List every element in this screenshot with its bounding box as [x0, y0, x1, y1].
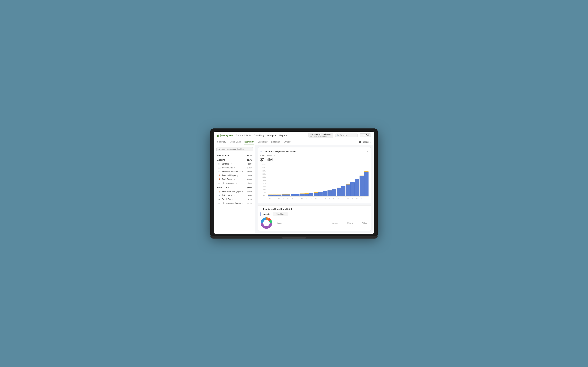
screen: moneytree Back to Clients Data Entry Ana…	[214, 132, 374, 234]
bar-group	[341, 164, 346, 197]
logo-bar-3	[220, 134, 221, 137]
sidebar-item-credit-cards[interactable]: ▣ Credit Cards ▾ $6.6K	[214, 197, 255, 201]
x-axis-label: 61	[282, 197, 286, 201]
x-axis-label: 79	[323, 197, 327, 201]
savings-value: $67K	[248, 163, 252, 165]
projected-line-marker	[295, 194, 300, 194]
tab-cash-flow[interactable]: Cash Flow	[258, 139, 268, 145]
sidebar-item-retirement[interactable]: ○ Retirement Accounts ▾ $376K	[214, 170, 255, 174]
sidebar-search-box[interactable]: 🔍	[216, 147, 253, 151]
net-worth-header: NET WORTH $1.4M	[214, 154, 255, 157]
x-axis-label: 63	[286, 197, 290, 201]
sidebar-item-real-estate[interactable]: 🏠 Real Estate ▾ $647K	[214, 177, 255, 181]
current-net-worth-value: $1.4M	[260, 157, 369, 162]
client-badge[interactable]: JACOB ABB 2/8/2024 ▾ Has Valid Dependent…	[309, 133, 333, 138]
projected-line-marker	[300, 193, 304, 194]
nav-reports[interactable]: Reports	[279, 134, 287, 137]
prosper-label: Prosper	[362, 141, 369, 143]
projected-line-marker	[346, 184, 350, 184]
retirement-arrow-icon: ▾	[242, 171, 243, 173]
life-insurance-label: Life Insurance	[222, 182, 234, 184]
dollar-icon: $	[218, 163, 221, 165]
screen-bezel: moneytree Back to Clients Data Entry Ana…	[210, 128, 378, 236]
col-weight: Weight	[338, 222, 353, 224]
sidebar-item-residence-mortgage[interactable]: 🏠 Residence Mortgage ▾ $172K	[214, 190, 255, 193]
nav-back-to-clients[interactable]: Back to Clients	[236, 134, 251, 137]
bar-group	[360, 164, 364, 197]
logo-bar-2	[218, 134, 219, 137]
bars-area	[268, 164, 369, 197]
projected-line-marker	[355, 179, 359, 179]
projected-line-marker	[314, 192, 318, 193]
projected-line-marker	[282, 194, 286, 194]
y-axis-label: $12M	[262, 173, 266, 175]
logo-bar-1	[217, 135, 218, 137]
tab-education[interactable]: Education	[271, 139, 280, 145]
expand-icon[interactable]: ⤢	[366, 150, 369, 153]
projected-line-marker	[341, 186, 346, 186]
chart-title: 〜 Current & Projected Net Worth	[260, 150, 296, 153]
chart-card-header: 〜 Current & Projected Net Worth ⤢	[260, 150, 369, 153]
y-axis-label: $14M	[262, 170, 266, 172]
projected-line-marker	[268, 194, 272, 195]
chart-bar	[318, 192, 323, 197]
tab-liabilities[interactable]: Liabilities	[273, 212, 287, 216]
y-axis-label: $4M	[263, 186, 266, 187]
mortgage-label: Residence Mortgage	[222, 191, 241, 193]
x-axis-label: 67	[295, 197, 300, 201]
mortgage-value: $172K	[247, 191, 252, 193]
bar-group	[268, 164, 272, 197]
projected-line-marker	[328, 190, 332, 191]
bar-group	[346, 164, 350, 197]
assets-detail-card: ≡ Assets and Liabilities Detail Assets L…	[258, 205, 371, 231]
x-axis-label: 97	[364, 197, 369, 201]
bar-group	[295, 164, 300, 197]
prosper-selector[interactable]: Prosper ▾	[359, 141, 371, 143]
real-estate-value: $647K	[247, 178, 252, 180]
search-icon: 🔍	[337, 134, 339, 136]
x-axis-label: 83	[332, 197, 336, 201]
real-estate-icon: 🏠	[218, 178, 221, 180]
x-axis-label: 57	[272, 197, 277, 201]
x-axis-label: 95	[360, 197, 364, 201]
sidebar-item-life-insurance-loans[interactable]: ◎ Life Insurance Loans ▾ $2.5K	[214, 201, 255, 205]
chart-bar	[346, 184, 350, 197]
x-axis-label: 55	[268, 197, 272, 201]
tab-assets[interactable]: Assets	[260, 212, 273, 216]
x-axis-label: 89	[346, 197, 350, 201]
life-insurance-loans-label: Life Insurance Loans	[222, 202, 241, 204]
laptop-base	[210, 236, 378, 239]
search-input[interactable]	[340, 134, 356, 136]
nav-data-entry[interactable]: Data Entry	[254, 134, 264, 137]
tab-monte-carlo[interactable]: Monte Carlo	[230, 139, 241, 145]
real-estate-arrow-icon: ▾	[234, 178, 235, 180]
sidebar-item-savings[interactable]: $ Savings ▾ $67K	[214, 162, 255, 166]
sidebar-item-life-insurance[interactable]: ◎ Life Insurance ▾ $12K	[214, 181, 255, 185]
bar-group	[277, 164, 281, 197]
chart-bar	[323, 191, 327, 197]
net-worth-value: $1.4M	[247, 155, 252, 157]
nav-analysis[interactable]: Analysis	[267, 134, 277, 137]
search-box[interactable]: 🔍	[335, 133, 358, 137]
sidebar-item-auto-loans[interactable]: 🚗 Auto Loans ▾ $189	[214, 193, 255, 197]
tab-what-if[interactable]: What-If	[284, 139, 291, 145]
sidebar-search-input[interactable]	[221, 148, 251, 150]
tab-net-worth[interactable]: Net Worth	[244, 139, 254, 145]
chart-bar	[332, 189, 336, 197]
projected-line-marker	[304, 193, 309, 194]
projected-line-marker	[286, 194, 290, 194]
logout-button[interactable]: Log Out	[360, 133, 371, 137]
projected-line-marker	[332, 189, 336, 189]
sidebar-search: 🔍	[214, 147, 255, 153]
pie-svg	[260, 217, 273, 229]
projected-line-marker	[364, 171, 369, 172]
tab-summary[interactable]: Summary	[217, 139, 226, 145]
sidebar-item-investments[interactable]: 📈 Investments ▾ $510K	[214, 166, 255, 170]
projected-line-marker	[318, 192, 323, 192]
logo: moneytree	[217, 134, 233, 137]
investments-arrow-icon: ▾	[234, 167, 235, 169]
assets-title: ASSETS	[217, 159, 225, 161]
sidebar-item-personal-property[interactable]: 🏠 Personal Property ▾ $72K	[214, 174, 255, 177]
retirement-label: Retirement Accounts	[222, 170, 241, 173]
y-axis-label: $2M	[263, 189, 266, 190]
